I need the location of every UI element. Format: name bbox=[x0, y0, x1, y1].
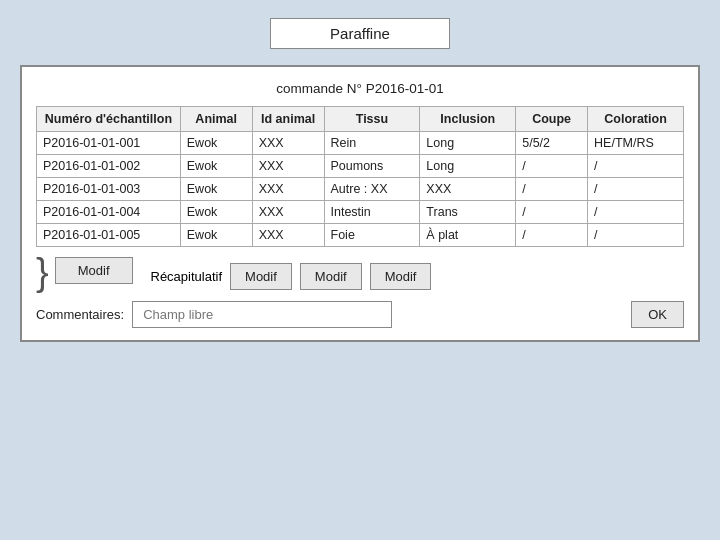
page-title: Paraffine bbox=[270, 18, 450, 49]
table-cell: / bbox=[588, 155, 684, 178]
header-coupe: Coupe bbox=[516, 107, 588, 132]
modif-button[interactable]: Modif bbox=[55, 257, 133, 284]
header-numero: Numéro d'échantillon bbox=[37, 107, 181, 132]
sample-table: Numéro d'échantillon Animal Id animal Ti… bbox=[36, 106, 684, 247]
modif4-button[interactable]: Modif bbox=[370, 263, 432, 290]
main-panel: commande N° P2016-01-01 Numéro d'échanti… bbox=[20, 65, 700, 342]
table-cell: XXX bbox=[252, 201, 324, 224]
ok-button[interactable]: OK bbox=[631, 301, 684, 328]
table-cell: XXX bbox=[252, 155, 324, 178]
table-cell: / bbox=[588, 201, 684, 224]
table-cell: À plat bbox=[420, 224, 516, 247]
table-row: P2016-01-01-003EwokXXXAutre : XXXXX// bbox=[37, 178, 684, 201]
table-cell: Poumons bbox=[324, 155, 420, 178]
header-tissu: Tissu bbox=[324, 107, 420, 132]
table-cell: Ewok bbox=[180, 155, 252, 178]
table-cell: Ewok bbox=[180, 201, 252, 224]
header-inclusion: Inclusion bbox=[420, 107, 516, 132]
table-cell: XXX bbox=[252, 132, 324, 155]
table-cell: P2016-01-01-005 bbox=[37, 224, 181, 247]
table-cell: XXX bbox=[252, 178, 324, 201]
table-cell: P2016-01-01-002 bbox=[37, 155, 181, 178]
table-cell: Ewok bbox=[180, 132, 252, 155]
commentaires-input[interactable] bbox=[132, 301, 392, 328]
table-row: P2016-01-01-001EwokXXXReinLong5/5/2HE/TM… bbox=[37, 132, 684, 155]
table-cell: P2016-01-01-004 bbox=[37, 201, 181, 224]
table-cell: / bbox=[588, 224, 684, 247]
table-cell: Ewok bbox=[180, 224, 252, 247]
table-cell: P2016-01-01-003 bbox=[37, 178, 181, 201]
table-cell: Ewok bbox=[180, 178, 252, 201]
table-cell: Trans bbox=[420, 201, 516, 224]
brace-icon: } bbox=[36, 253, 49, 291]
table-cell: / bbox=[516, 201, 588, 224]
table-row: P2016-01-01-002EwokXXXPoumonsLong// bbox=[37, 155, 684, 178]
table-cell: / bbox=[516, 178, 588, 201]
modif3-button[interactable]: Modif bbox=[300, 263, 362, 290]
table-cell: HE/TM/RS bbox=[588, 132, 684, 155]
header-coloration: Coloration bbox=[588, 107, 684, 132]
table-cell: Autre : XX bbox=[324, 178, 420, 201]
table-cell: / bbox=[516, 224, 588, 247]
table-cell: Long bbox=[420, 155, 516, 178]
modif2-button[interactable]: Modif bbox=[230, 263, 292, 290]
table-cell: P2016-01-01-001 bbox=[37, 132, 181, 155]
table-cell: Intestin bbox=[324, 201, 420, 224]
table-cell: Long bbox=[420, 132, 516, 155]
header-animal: Animal bbox=[180, 107, 252, 132]
table-cell: 5/5/2 bbox=[516, 132, 588, 155]
table-cell: / bbox=[516, 155, 588, 178]
recapitulatif-label: Récapitulatif bbox=[151, 269, 223, 284]
bottom-row: Commentaires: OK bbox=[36, 301, 684, 328]
commande-title: commande N° P2016-01-01 bbox=[36, 81, 684, 96]
table-cell: Rein bbox=[324, 132, 420, 155]
header-idanimal: Id animal bbox=[252, 107, 324, 132]
table-row: P2016-01-01-004EwokXXXIntestinTrans// bbox=[37, 201, 684, 224]
table-cell: Foie bbox=[324, 224, 420, 247]
table-cell: XXX bbox=[420, 178, 516, 201]
table-row: P2016-01-01-005EwokXXXFoieÀ plat// bbox=[37, 224, 684, 247]
commentaires-label: Commentaires: bbox=[36, 307, 124, 322]
table-cell: XXX bbox=[252, 224, 324, 247]
table-cell: / bbox=[588, 178, 684, 201]
